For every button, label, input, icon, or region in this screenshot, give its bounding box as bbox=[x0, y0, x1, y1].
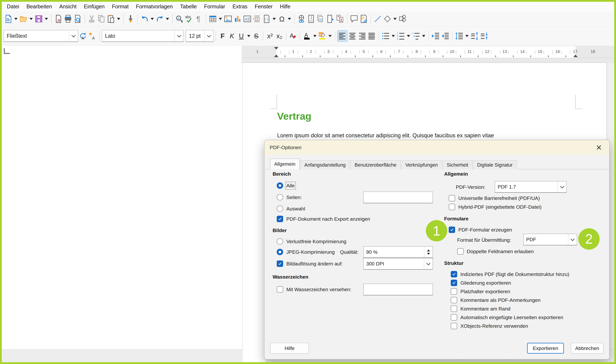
checkbox-gliederung-label[interactable]: Gliederung exportieren bbox=[460, 280, 511, 286]
strikethrough-button[interactable]: S bbox=[252, 32, 261, 40]
line-spacing-dropdown[interactable] bbox=[465, 35, 469, 37]
superscript-button[interactable]: x² bbox=[265, 32, 275, 40]
redo-icon[interactable] bbox=[155, 13, 165, 24]
menu-einfuegen[interactable]: Einfügen bbox=[80, 2, 108, 12]
spin-up-icon[interactable] bbox=[427, 249, 430, 251]
dialog-titlebar[interactable]: PDF-Optionen × bbox=[264, 140, 609, 155]
track-changes-icon[interactable] bbox=[359, 13, 369, 24]
menu-hilfe[interactable]: Hilfe bbox=[276, 2, 294, 12]
page-break-icon[interactable] bbox=[252, 13, 262, 24]
align-center-button[interactable] bbox=[347, 31, 357, 41]
find-replace-icon[interactable]: ad bbox=[175, 13, 184, 24]
insert-table-icon[interactable] bbox=[208, 13, 218, 24]
new-style-icon[interactable]: A bbox=[88, 31, 97, 41]
save-icon[interactable] bbox=[34, 13, 44, 24]
checkbox-kommentare-anmerkungen[interactable] bbox=[451, 297, 457, 303]
checkbox-hybrid[interactable] bbox=[449, 204, 455, 210]
new-document-icon[interactable] bbox=[3, 13, 13, 24]
checkbox-doppelte-feldnamen[interactable] bbox=[457, 248, 464, 255]
insert-field-icon[interactable]: (-) bbox=[262, 13, 271, 24]
font-size-combobox[interactable]: 12 pt bbox=[186, 30, 214, 42]
menu-bearbeiten[interactable]: Bearbeiten bbox=[23, 2, 56, 12]
checkbox-pdf-formular[interactable] bbox=[449, 227, 455, 233]
open-folder-icon[interactable] bbox=[19, 13, 28, 24]
left-indent-marker[interactable] bbox=[274, 54, 279, 57]
insert-line-icon[interactable] bbox=[373, 13, 383, 24]
font-color-dropdown[interactable] bbox=[313, 35, 317, 37]
chevron-down-icon[interactable] bbox=[69, 30, 78, 41]
paste-dropdown[interactable] bbox=[117, 18, 120, 20]
print-preview-icon[interactable] bbox=[73, 13, 82, 24]
tab-allgemein[interactable]: Allgemein bbox=[270, 158, 300, 169]
decrease-indent-icon[interactable] bbox=[440, 31, 450, 41]
chevron-down-icon[interactable] bbox=[205, 30, 213, 41]
special-character-dropdown[interactable] bbox=[288, 18, 291, 20]
menu-ansicht[interactable]: Ansicht bbox=[56, 2, 80, 12]
checkbox-pdfua[interactable] bbox=[449, 195, 455, 201]
radio-seiten[interactable] bbox=[277, 194, 283, 200]
checkbox-wasserzeichen[interactable] bbox=[277, 286, 283, 293]
checkbox-indiziertes-pdf-label[interactable]: Indiziertes PDF (fügt die Dokumentstrukt… bbox=[460, 272, 569, 277]
cut-icon[interactable] bbox=[87, 13, 97, 24]
pages-input[interactable] bbox=[363, 192, 433, 203]
checkbox-wasserzeichen-label[interactable]: Mit Wasserzeichen versehen: bbox=[286, 287, 351, 292]
formatting-marks-icon[interactable]: ¶ bbox=[194, 13, 204, 24]
increase-indent-icon[interactable] bbox=[431, 31, 440, 41]
font-color-icon[interactable]: A bbox=[302, 31, 312, 41]
radio-verlustfrei-label[interactable]: Verlustfreie Komprimierung bbox=[286, 239, 346, 244]
highlight-color-dropdown[interactable] bbox=[328, 35, 332, 37]
tab-verknuepfungen[interactable]: Verknüpfungen bbox=[401, 160, 442, 169]
tab-sicherheit[interactable]: Sicherheit bbox=[443, 160, 473, 169]
checkbox-pdf-anzeigen-label[interactable]: PDF-Dokument nach Export anzeigen bbox=[286, 216, 370, 222]
paragraph-style-combobox[interactable]: Fließtext bbox=[3, 30, 78, 42]
line-spacing-icon[interactable] bbox=[455, 31, 464, 41]
special-character-icon[interactable]: Ω bbox=[277, 13, 287, 24]
pdf-version-combobox[interactable]: PDF 1.7 bbox=[495, 181, 567, 193]
open-dropdown[interactable] bbox=[29, 18, 33, 20]
basic-shapes-icon[interactable] bbox=[383, 13, 392, 24]
increase-paragraph-spacing-icon[interactable] bbox=[470, 31, 479, 41]
checkbox-doppelte-feldnamen-label[interactable]: Doppelte Feldnamen erlauben bbox=[467, 249, 534, 254]
checkbox-gliederung[interactable] bbox=[451, 280, 457, 286]
save-dropdown[interactable] bbox=[45, 18, 48, 20]
menu-tabelle[interactable]: Tabelle bbox=[177, 2, 201, 12]
quality-spinner[interactable]: 90 % bbox=[363, 246, 433, 258]
checkbox-bildaufloesung-label[interactable]: Bildauflösung ändern auf: bbox=[286, 261, 343, 267]
checkbox-xobjects-label[interactable]: XObjects-Referenz verwenden bbox=[460, 323, 528, 329]
footnote-icon[interactable]: 1 bbox=[306, 13, 316, 24]
bookmark-icon[interactable] bbox=[326, 13, 335, 24]
checkbox-kommentare-anmerkungen-label[interactable]: Kommentare als PDF-Anmerkungen bbox=[460, 297, 540, 303]
tab-anfangsdarstellung[interactable]: Anfangsdarstellung bbox=[300, 160, 350, 169]
print-icon[interactable] bbox=[63, 13, 73, 24]
submit-format-combobox[interactable]: PDF bbox=[523, 234, 577, 245]
endnote-icon[interactable]: (i) bbox=[316, 13, 326, 24]
menu-extras[interactable]: Extras bbox=[229, 2, 251, 12]
outline-list-icon[interactable]: 1 bbox=[411, 31, 421, 41]
radio-jpeg-label[interactable]: JPEG-Komprimierung bbox=[286, 249, 335, 255]
insert-field-dropdown[interactable] bbox=[273, 18, 276, 20]
menu-formatvorlagen[interactable]: Formatvorlagen bbox=[132, 2, 176, 12]
checkbox-platzhalter[interactable] bbox=[451, 288, 457, 295]
insert-image-icon[interactable] bbox=[223, 13, 233, 24]
bold-button[interactable]: F bbox=[218, 32, 227, 40]
bullet-list-icon[interactable] bbox=[381, 31, 390, 41]
menu-datei[interactable]: Datei bbox=[3, 2, 23, 12]
radio-jpeg[interactable] bbox=[277, 249, 283, 255]
menu-formular[interactable]: Formular bbox=[201, 2, 229, 12]
clear-formatting-icon[interactable]: A bbox=[288, 31, 298, 41]
checkbox-hybrid-label[interactable]: Hybrid-PDF (eingebettete ODF-Datei) bbox=[458, 204, 541, 210]
cross-reference-icon[interactable] bbox=[335, 13, 345, 24]
clone-formatting-icon[interactable] bbox=[126, 13, 135, 24]
spell-check-icon[interactable]: abc bbox=[184, 13, 194, 24]
watermark-input[interactable] bbox=[363, 284, 433, 295]
checkbox-leerseiten-label[interactable]: Automatisch eingefügte Leerseiten export… bbox=[460, 314, 563, 320]
export-pdf-icon[interactable]: A bbox=[53, 13, 63, 24]
radio-alle-label[interactable]: Alle bbox=[286, 183, 295, 189]
checkbox-pdf-anzeigen[interactable] bbox=[277, 216, 283, 222]
export-button[interactable]: Exportieren bbox=[527, 343, 564, 354]
draw-functions-icon[interactable] bbox=[398, 13, 408, 24]
justify-button[interactable] bbox=[367, 31, 376, 41]
redo-dropdown[interactable] bbox=[166, 18, 169, 20]
chevron-down-icon[interactable] bbox=[424, 258, 433, 269]
hyperlink-icon[interactable] bbox=[296, 13, 306, 24]
